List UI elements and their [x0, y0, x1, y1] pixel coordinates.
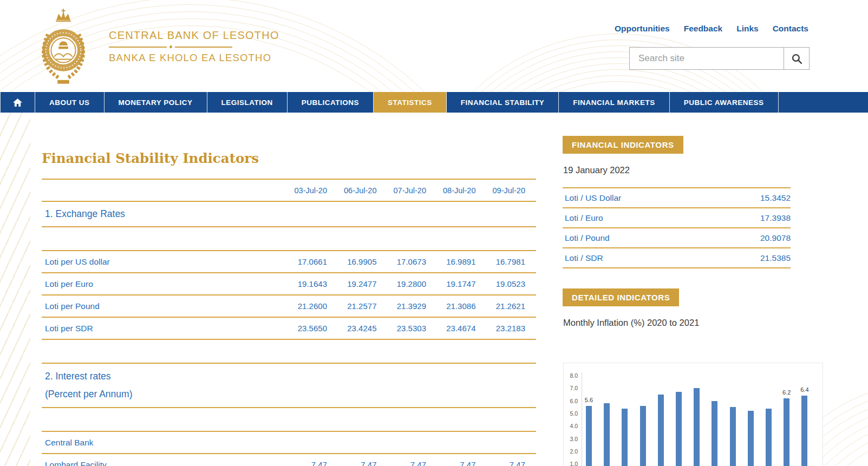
- home-icon: [13, 99, 22, 107]
- table-row-loti-per-us-dollar: Loti per US dollar17.066116.990517.06731…: [42, 250, 536, 272]
- cell-value: 19.1643: [278, 279, 328, 288]
- date-column-header: 09-Jul-20: [476, 186, 526, 195]
- cell-value: 21.2600: [278, 301, 328, 311]
- nav-item-about-us[interactable]: ABOUT US: [35, 92, 105, 113]
- y-axis-line: [582, 372, 582, 466]
- cell-value: 19.2800: [377, 279, 427, 288]
- table-row-head: 03-Jul-2006-Jul-2007-Jul-2008-Jul-2009-J…: [42, 179, 536, 201]
- nav-item-statistics[interactable]: STATISTICS: [374, 92, 447, 113]
- table-row-section: 1. Exchange Rates: [42, 201, 536, 226]
- section-heading: (Percent per Annum): [42, 385, 536, 403]
- date-column-header: 07-Jul-20: [377, 186, 427, 195]
- bank-logo[interactable]: CENTRAL BANK OF LESOTHO BANKA E KHOLO EA…: [34, 6, 279, 87]
- cell-value: 7.47: [476, 460, 526, 466]
- cell-value: 19.2477: [327, 279, 377, 288]
- rate-value: 21.5385: [760, 253, 791, 263]
- date-column-header: 06-Jul-20: [327, 186, 377, 195]
- cell-value: 16.7981: [476, 257, 526, 266]
- bar-value-label: 5.6: [585, 397, 593, 403]
- cell-value: 23.5650: [278, 324, 328, 333]
- row-label: Loti per SDR: [42, 324, 278, 333]
- cell-value: 17.0661: [278, 257, 328, 266]
- rate-link[interactable]: Loti / SDR: [563, 253, 760, 263]
- y-tick-label: 8.0: [564, 372, 578, 379]
- chart-title: Monthly Inflation (%) 2020 to 2021: [563, 318, 699, 328]
- brand-divider: [109, 45, 232, 48]
- cell-value: 17.0673: [377, 257, 427, 266]
- cell-value: 7.47: [327, 460, 377, 466]
- y-tick-label: 4.0: [564, 423, 578, 429]
- nav-item-public-awareness[interactable]: PUBLIC AWARENESS: [670, 92, 779, 113]
- y-tick-label: 7.0: [564, 385, 578, 391]
- financial-stability-table: 03-Jul-2006-Jul-2007-Jul-2008-Jul-2009-J…: [42, 179, 536, 466]
- nav-item-legislation[interactable]: LEGISLATION: [207, 92, 288, 113]
- quick-link-contacts[interactable]: Contacts: [773, 24, 808, 34]
- rate-value: 15.3452: [760, 193, 791, 203]
- y-tick-label: 5.0: [564, 410, 578, 417]
- y-tick-label: 3.0: [564, 436, 578, 442]
- cell-value: 23.2183: [476, 324, 526, 333]
- row-label: Loti per Euro: [42, 279, 278, 289]
- cell-value: 19.1747: [426, 279, 476, 288]
- inflation-bar: [784, 398, 789, 466]
- bank-emblem: [34, 6, 93, 87]
- table-row-blank: [42, 226, 536, 250]
- cell-value: 19.0523: [476, 279, 526, 288]
- nav-item-financial-stability[interactable]: FINANCIAL STABILITY: [447, 92, 559, 113]
- search-box: [629, 47, 810, 70]
- rate-value: 20.9078: [760, 233, 791, 243]
- y-tick-label: 6.0: [564, 398, 578, 404]
- nav-item-home[interactable]: [0, 92, 35, 113]
- rate-row-loti-euro: Loti / Euro17.3938: [563, 207, 791, 227]
- cell-value: 21.3929: [377, 301, 427, 311]
- brand-name-sesotho: BANKA E KHOLO EA LESOTHO: [109, 52, 279, 64]
- bar-value-label: 6.2: [782, 389, 791, 396]
- nav-item-publications[interactable]: PUBLICATIONS: [288, 92, 374, 113]
- cell-value: 23.4674: [426, 324, 476, 333]
- rate-link[interactable]: Loti / US Dollar: [563, 193, 760, 203]
- financial-indicators-heading: FINANCIAL INDICATORS: [563, 136, 683, 154]
- cell-value: 23.5303: [377, 324, 427, 333]
- cell-value: 16.9891: [426, 257, 476, 266]
- table-row-loti-per-sdr: Loti per SDR23.565023.424523.530323.4674…: [42, 317, 536, 339]
- inflation-bar: [622, 409, 628, 466]
- table-row-blank: [42, 407, 536, 431]
- cell-value: 7.47: [377, 460, 427, 466]
- rate-row-loti-sdr: Loti / SDR21.5385: [563, 247, 791, 268]
- quick-link-feedback[interactable]: Feedback: [684, 24, 723, 34]
- rate-row-loti-us-dollar: Loti / US Dollar15.3452: [563, 187, 791, 207]
- exchange-rates-summary: Loti / US Dollar15.3452Loti / Euro17.393…: [563, 187, 791, 268]
- inflation-bar: [748, 411, 754, 466]
- inflation-bar: [658, 395, 664, 466]
- brand-wordmark: CENTRAL BANK OF LESOTHO BANKA E KHOLO EA…: [109, 29, 279, 64]
- search-button[interactable]: [784, 48, 809, 69]
- table-row-section2: 2. Interest rates(Percent per Annum): [42, 363, 536, 407]
- table-row-lombard-facility: Lombard Facility7.477.477.477.477.47: [42, 453, 536, 466]
- inflation-bar: [640, 406, 646, 466]
- rate-link[interactable]: Loti / Pound: [563, 233, 760, 243]
- nav-item-monetary-policy[interactable]: MONETARY POLICY: [105, 92, 207, 113]
- quick-link-links[interactable]: Links: [736, 24, 758, 34]
- inflation-bar: [712, 401, 717, 466]
- section-heading: 1. Exchange Rates: [42, 205, 125, 223]
- nav-item-financial-markets[interactable]: FINANCIAL MARKETS: [559, 92, 670, 113]
- date-column-header: 08-Jul-20: [426, 186, 476, 195]
- cell-value: 21.2621: [476, 301, 526, 311]
- inflation-bar: [586, 406, 592, 466]
- inflation-bar: [604, 403, 610, 466]
- date-column-header: 03-Jul-20: [278, 186, 328, 195]
- rate-row-loti-pound: Loti / Pound20.9078: [563, 227, 791, 247]
- y-tick-label: 1.0: [564, 461, 578, 466]
- rate-link[interactable]: Loti / Euro: [563, 213, 760, 223]
- inflation-bar: [766, 409, 772, 466]
- search-input[interactable]: [630, 48, 784, 69]
- brand-name-en: CENTRAL BANK OF LESOTHO: [109, 29, 279, 42]
- main-nav: ABOUT USMONETARY POLICYLEGISLATIONPUBLIC…: [0, 92, 868, 113]
- quick-link-opportunities[interactable]: Opportunities: [615, 24, 670, 34]
- cell-value: 23.4245: [327, 324, 377, 333]
- row-label: Loti per US dollar: [42, 257, 278, 267]
- inflation-bar: [730, 407, 736, 466]
- detailed-indicators-heading: DETAILED INDICATORS: [563, 288, 679, 306]
- inflation-bar: [676, 392, 682, 466]
- cell-value: 16.9905: [327, 257, 377, 266]
